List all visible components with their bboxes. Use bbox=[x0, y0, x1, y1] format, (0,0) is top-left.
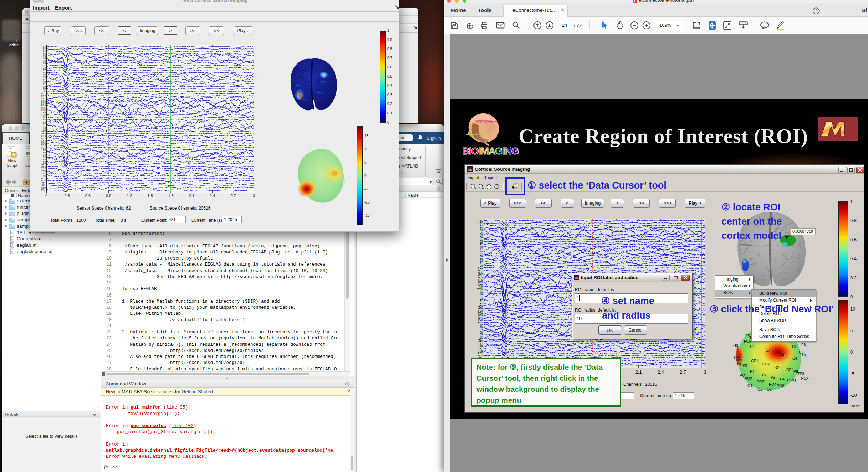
svg-text:1: 1 bbox=[323, 74, 325, 76]
svg-text:fx: fx bbox=[11, 243, 13, 245]
svg-text:1: 1 bbox=[741, 265, 743, 269]
svg-text:?: ? bbox=[815, 9, 818, 14]
svg-text:A: A bbox=[634, 0, 635, 2]
